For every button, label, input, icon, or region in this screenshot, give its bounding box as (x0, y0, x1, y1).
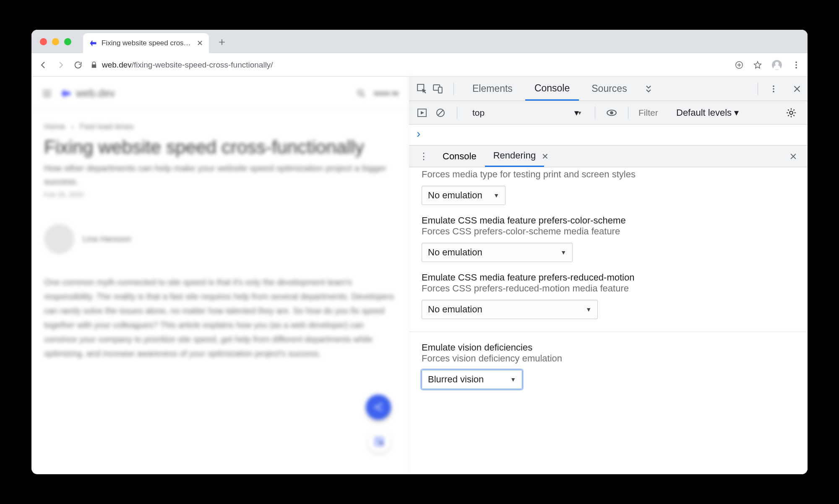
url-host: web.dev (102, 60, 132, 69)
close-tab-button[interactable]: ✕ (197, 39, 203, 48)
new-tab-button[interactable]: ＋ (216, 34, 227, 49)
content-split: web.dev SIGN IN Home › Fast load times F… (31, 77, 808, 474)
toolbar: web.dev/fixing-website-speed-cross-funct… (31, 53, 808, 77)
svg-point-15 (773, 88, 774, 90)
article-body: One common myth connected to site speed … (31, 271, 409, 365)
address-bar[interactable]: web.dev/fixing-website-speed-cross-funct… (90, 60, 727, 70)
svg-point-20 (610, 111, 613, 114)
device-toggle-icon[interactable] (432, 83, 444, 95)
webpage-viewport: web.dev SIGN IN Home › Fast load times F… (31, 77, 409, 474)
favicon-icon (89, 39, 97, 47)
media-type-select[interactable]: No emulation▼ (422, 186, 505, 205)
prefers-reduced-motion-select[interactable]: No emulation▼ (422, 300, 598, 319)
vision-deficiencies-select[interactable]: Blurred vision▼ (422, 370, 522, 389)
breadcrumb-section[interactable]: Fast load times (80, 122, 134, 131)
svg-point-5 (795, 67, 797, 68)
drawer-tab-rendering[interactable]: Rendering (485, 145, 545, 167)
console-settings-icon[interactable] (785, 107, 797, 119)
reload-button[interactable] (73, 60, 83, 70)
lock-icon (90, 61, 98, 69)
hamburger-icon[interactable] (42, 88, 52, 99)
minimize-window-button[interactable] (52, 38, 59, 45)
tab-sources[interactable]: Sources (582, 77, 636, 101)
site-header: web.dev SIGN IN (31, 77, 409, 110)
browser-menu-button[interactable] (792, 60, 801, 70)
back-button[interactable] (38, 60, 48, 70)
forward-button[interactable] (56, 60, 66, 70)
maximize-window-button[interactable] (64, 38, 71, 45)
vision-deficiencies-title: Emulate vision deficiencies (422, 342, 795, 353)
prefers-color-scheme-desc: Forces CSS prefers-color-scheme media fe… (422, 226, 795, 237)
breadcrumb: Home › Fast load times (31, 110, 409, 134)
drawer-tab-close-icon[interactable]: ✕ (542, 151, 549, 161)
console-toolbar: top ▾ Default levels ▾ (409, 101, 808, 125)
url-path: /fixing-website-speed-cross-functionally… (132, 60, 273, 69)
share-fab[interactable] (366, 395, 391, 420)
more-tabs-icon[interactable] (642, 83, 655, 95)
install-app-icon[interactable] (735, 60, 744, 70)
log-levels-selector[interactable]: Default levels ▾ (676, 107, 739, 118)
toolbar-right (735, 60, 801, 70)
svg-point-7 (375, 406, 377, 408)
svg-point-14 (773, 85, 774, 87)
sign-in-button[interactable]: SIGN IN (374, 90, 399, 97)
devtools-tab-bar: Elements Console Sources (409, 77, 808, 101)
inspect-element-icon[interactable] (416, 83, 428, 95)
svg-point-3 (795, 61, 797, 63)
author-name: Lina Hansson (83, 234, 131, 244)
drawer-tab-console[interactable]: Console (434, 145, 485, 167)
context-selector[interactable]: top ▾ (467, 101, 585, 124)
svg-point-16 (773, 91, 774, 92)
tab-title: Fixing website speed cross-fu… (102, 39, 193, 47)
devtools-panel: Elements Console Sources (409, 77, 808, 474)
page-date: Feb 28, 2020 (31, 188, 409, 199)
chevron-right-icon: › (71, 122, 74, 131)
window-controls (40, 38, 71, 45)
console-filter-input[interactable] (638, 106, 670, 120)
vision-deficiencies-desc: Forces vision deficiency emulation (422, 353, 795, 364)
devtools-close-icon[interactable] (791, 83, 803, 95)
site-logo[interactable]: web.dev (60, 87, 115, 99)
breadcrumb-home[interactable]: Home (44, 122, 65, 131)
close-window-button[interactable] (40, 38, 47, 45)
drawer-menu-icon[interactable]: ⋮ (413, 151, 434, 162)
tab-strip: Fixing website speed cross-fu… ✕ ＋ (31, 30, 808, 53)
site-brand: web.dev (76, 87, 115, 99)
svg-point-6 (358, 90, 363, 95)
svg-point-2 (775, 62, 779, 65)
svg-point-8 (380, 403, 382, 405)
bookmark-star-icon[interactable] (753, 60, 762, 70)
browser-tab[interactable]: Fixing website speed cross-fu… ✕ (83, 33, 209, 53)
clear-console-icon[interactable] (434, 107, 447, 119)
console-output: › (409, 125, 808, 145)
author-avatar (44, 224, 74, 254)
tab-console[interactable]: Console (525, 77, 579, 101)
browser-window: Fixing website speed cross-fu… ✕ ＋ web.d… (31, 30, 808, 474)
page-subtitle: How other departments can help make your… (31, 159, 409, 188)
search-icon[interactable] (356, 88, 366, 99)
translate-fab[interactable] (367, 430, 391, 453)
svg-rect-13 (438, 87, 442, 93)
drawer-tab-bar: ⋮ Console Rendering ✕ (409, 145, 808, 167)
svg-point-9 (380, 409, 382, 411)
prefers-reduced-motion-title: Emulate CSS media feature prefers-reduce… (422, 272, 795, 283)
devtools-menu-icon[interactable] (767, 83, 780, 95)
live-expression-icon[interactable] (605, 107, 618, 119)
prefers-color-scheme-title: Emulate CSS media feature prefers-color-… (422, 215, 795, 226)
svg-point-4 (795, 64, 797, 66)
profile-avatar-icon[interactable] (771, 60, 782, 70)
prefers-reduced-motion-desc: Forces CSS prefers-reduced-motion media … (422, 283, 795, 294)
media-type-desc: Forces media type for testing print and … (422, 169, 795, 180)
execute-icon[interactable] (416, 107, 428, 119)
svg-rect-10 (375, 437, 383, 446)
author-block: Lina Hansson (31, 199, 409, 271)
page-title: Fixing website speed cross-functionally (31, 134, 409, 159)
svg-point-21 (789, 111, 793, 114)
rendering-drawer: Forces media type for testing print and … (409, 167, 808, 474)
drawer-close-icon[interactable] (783, 152, 803, 161)
prefers-color-scheme-select[interactable]: No emulation▼ (422, 243, 573, 262)
tab-elements[interactable]: Elements (463, 77, 522, 101)
